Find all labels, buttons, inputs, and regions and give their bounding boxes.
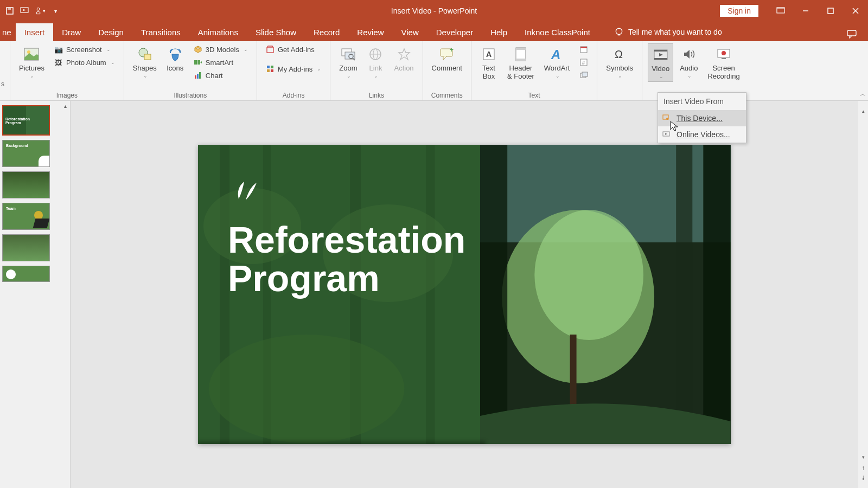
thumbnail-scrollbar[interactable]: ▴ xyxy=(60,101,70,488)
scroll-down-icon[interactable]: ▾ xyxy=(858,452,868,462)
slide-number-button[interactable]: # xyxy=(576,56,591,68)
text-box-button[interactable]: A Text Box xyxy=(477,43,501,82)
icons-icon xyxy=(167,46,184,63)
presentation-mode-icon[interactable] xyxy=(20,5,30,16)
prev-slide-icon[interactable]: ⭱ xyxy=(858,463,868,473)
tab-transitions[interactable]: Transitions xyxy=(132,23,189,41)
screenshot-button[interactable]: 📷Screenshot⌄ xyxy=(51,43,118,55)
shapes-button[interactable]: Shapes⌄ xyxy=(130,43,160,81)
thumbnail-slide-5[interactable] xyxy=(2,234,50,261)
save-icon[interactable] xyxy=(4,5,15,16)
video-dropdown-menu: Insert Video From This Device... Online … xyxy=(658,92,746,143)
tab-review[interactable]: Review xyxy=(348,23,392,41)
next-slide-icon[interactable]: ⭳ xyxy=(858,473,868,483)
touch-mode-icon[interactable]: ▾ xyxy=(35,5,46,16)
sign-in-button[interactable]: Sign in xyxy=(720,5,758,17)
screen-recording-icon xyxy=(715,46,732,63)
editor-scrollbar[interactable]: ▴ ▾ ⭱ ⭳ xyxy=(858,101,868,488)
thumbnail-slide-4[interactable]: Team xyxy=(2,203,50,230)
link-button: Link⌄ xyxy=(363,43,387,81)
slide-editor[interactable]: Reforestation Program xyxy=(71,101,858,488)
object-button[interactable] xyxy=(576,69,591,81)
svg-point-14 xyxy=(27,50,30,54)
slide-number-icon: # xyxy=(579,58,588,67)
symbols-icon: Ω xyxy=(611,46,628,63)
screen-recording-button[interactable]: Screen Recording xyxy=(704,43,743,82)
tell-me-label: Tell me what you want to do xyxy=(628,28,722,36)
chart-button[interactable]: Chart xyxy=(190,69,251,81)
ribbon-display-options-icon[interactable] xyxy=(768,0,793,22)
tell-me-search[interactable]: Tell me what you want to do xyxy=(610,23,726,41)
slide-thumbnails-panel[interactable]: ReforestationProgram Background Team ▴ xyxy=(0,101,71,488)
my-addins-button[interactable]: My Add-ins⌄ xyxy=(263,63,324,75)
illustrations-group-label: Illustrations xyxy=(130,91,251,100)
tab-design[interactable]: Design xyxy=(90,23,132,41)
date-time-icon xyxy=(579,45,588,54)
comments-pane-icon[interactable] xyxy=(846,29,857,41)
svg-text:+: + xyxy=(450,47,454,54)
thumbnail-slide-2[interactable]: Background xyxy=(2,140,50,167)
tab-slideshow[interactable]: Slide Show xyxy=(247,23,305,41)
thumbnail-slide-3[interactable] xyxy=(2,171,50,198)
tab-developer[interactable]: Developer xyxy=(427,23,482,41)
pictures-icon xyxy=(23,46,40,63)
svg-point-53 xyxy=(722,51,726,55)
svg-point-10 xyxy=(616,28,622,34)
tab-file[interactable]: ne xyxy=(0,23,16,41)
tab-insert[interactable]: Insert xyxy=(16,23,54,41)
tab-record[interactable]: Record xyxy=(305,23,348,41)
maximize-button[interactable] xyxy=(818,0,843,22)
svg-rect-25 xyxy=(267,69,270,72)
svg-text:A: A xyxy=(551,47,560,61)
tab-animations[interactable]: Animations xyxy=(189,23,247,41)
icons-button[interactable]: Icons xyxy=(163,43,187,74)
svg-rect-12 xyxy=(847,30,856,36)
svg-rect-63 xyxy=(704,145,731,444)
svg-rect-17 xyxy=(194,60,197,65)
svg-rect-20 xyxy=(197,74,199,79)
wordart-icon: A xyxy=(548,46,566,63)
tab-classpoint[interactable]: Inknoe ClassPoint xyxy=(516,23,599,41)
svg-rect-24 xyxy=(271,66,273,68)
svg-rect-5 xyxy=(777,8,784,9)
object-icon xyxy=(579,71,588,80)
close-button[interactable] xyxy=(843,0,868,22)
action-icon xyxy=(395,46,413,63)
photo-album-button[interactable]: 🖼Photo Album⌄ xyxy=(51,56,118,68)
audio-button[interactable]: Audio⌄ xyxy=(676,43,701,81)
tab-help[interactable]: Help xyxy=(482,23,516,41)
comment-button[interactable]: + Comment xyxy=(429,43,465,74)
svg-rect-1 xyxy=(8,8,11,10)
addins-group-label: Add-ins xyxy=(263,91,324,100)
thumbnail-slide-6[interactable] xyxy=(2,266,50,282)
video-button[interactable]: Video⌄ xyxy=(648,43,673,82)
get-addins-button[interactable]: Get Add-ins xyxy=(263,43,324,55)
tab-view[interactable]: View xyxy=(393,23,427,41)
pictures-button[interactable]: Pictures⌄ xyxy=(16,43,48,81)
scroll-up-icon[interactable]: ▴ xyxy=(60,101,70,111)
main-area: ReforestationProgram Background Team ▴ xyxy=(0,101,868,488)
minimize-button[interactable] xyxy=(793,0,818,22)
date-time-button[interactable] xyxy=(576,43,591,55)
3d-models-button[interactable]: 3D Models⌄ xyxy=(190,43,251,55)
svg-rect-21 xyxy=(199,72,201,79)
svg-rect-64 xyxy=(676,145,693,444)
symbols-button[interactable]: Ω Symbols⌄ xyxy=(603,43,636,81)
slide-title-text[interactable]: Reforestation Program xyxy=(228,221,465,298)
thumbnail-slide-1[interactable]: ReforestationProgram xyxy=(2,105,50,136)
addins-icon xyxy=(266,65,275,73)
svg-rect-18 xyxy=(197,60,200,65)
ribbon-tabs: ne Insert Draw Design Transitions Animat… xyxy=(0,22,868,41)
chart-icon xyxy=(194,71,202,80)
collapse-ribbon-icon[interactable]: ︿ xyxy=(860,90,866,98)
text-group-label: Text xyxy=(477,91,591,100)
zoom-button[interactable]: Zoom⌄ xyxy=(336,43,360,81)
scroll-up-icon[interactable]: ▴ xyxy=(858,106,868,116)
smartart-button[interactable]: SmartArt xyxy=(190,56,251,68)
header-footer-button[interactable]: Header & Footer xyxy=(504,43,538,82)
tab-draw[interactable]: Draw xyxy=(53,23,90,41)
shapes-icon xyxy=(136,46,154,63)
qat-customize-icon[interactable]: ▾ xyxy=(50,5,61,16)
wordart-button[interactable]: A WordArt⌄ xyxy=(541,43,573,81)
slide-canvas[interactable]: Reforestation Program xyxy=(198,145,731,444)
